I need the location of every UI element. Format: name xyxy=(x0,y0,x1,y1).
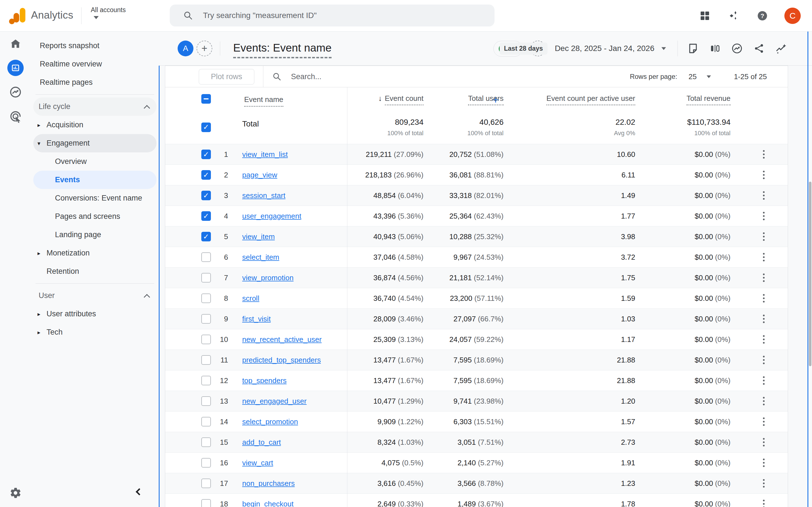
column-header-event-count[interactable]: Event count xyxy=(385,94,423,105)
home-icon[interactable] xyxy=(0,32,31,56)
insights-circle-icon[interactable] xyxy=(730,42,744,55)
share-icon[interactable] xyxy=(752,42,766,55)
event-count-cell: 43,396 (5.36%) xyxy=(373,212,423,220)
event-name-link[interactable]: first_visit xyxy=(242,315,271,323)
table-search-input[interactable]: Search... xyxy=(272,66,321,87)
event-count-cell: 13,477 (1.67%) xyxy=(373,376,423,385)
row-menu-kebab-icon[interactable] xyxy=(759,416,769,427)
event-name-link[interactable]: select_promotion xyxy=(242,417,298,426)
row-menu-kebab-icon[interactable] xyxy=(759,169,769,180)
revenue-cell: $0.00 (0%) xyxy=(695,294,730,302)
event-name-link[interactable]: session_start xyxy=(242,191,285,200)
gemini-sparkle-icon[interactable] xyxy=(727,9,741,22)
reports-icon[interactable] xyxy=(0,56,31,80)
table-toolbar: Plot rows Search... Rows per page: 25 1-… xyxy=(165,66,788,87)
insights-spark-icon[interactable] xyxy=(774,42,788,55)
sidebar-item-engagement[interactable]: ▾ Engagement xyxy=(33,134,156,152)
column-header-per-active-user[interactable]: Event count per active user xyxy=(546,94,635,105)
event-name-link[interactable]: page_view xyxy=(242,171,277,179)
column-header-event-name[interactable]: Event name xyxy=(244,95,283,107)
tab-all-users[interactable]: A xyxy=(177,41,193,56)
global-search-input[interactable]: Try searching "measurement ID" xyxy=(170,4,495,26)
event-name-link[interactable]: scroll xyxy=(242,294,259,302)
event-count-cell: 36,874 (4.56%) xyxy=(373,274,423,282)
total-row-checkbox[interactable]: ✓ xyxy=(201,122,211,132)
row-menu-kebab-icon[interactable] xyxy=(759,334,769,345)
sidebar-item-overview[interactable]: Overview xyxy=(33,152,156,171)
row-menu-kebab-icon[interactable] xyxy=(759,313,769,325)
column-header-total-revenue[interactable]: Total revenue xyxy=(687,94,730,105)
total-users-sub: 100% of total xyxy=(467,129,504,137)
row-menu-kebab-icon[interactable] xyxy=(759,251,769,263)
sidebar-item-realtime-overview[interactable]: Realtime overview xyxy=(33,55,156,73)
sidebar-item-events[interactable]: Events xyxy=(33,171,156,189)
row-menu-kebab-icon[interactable] xyxy=(759,272,769,283)
row-menu-kebab-icon[interactable] xyxy=(759,190,769,201)
row-menu-kebab-icon[interactable] xyxy=(759,231,769,242)
sidebar-item-reports-snapshot[interactable]: Reports snapshot xyxy=(33,37,156,55)
settings-gear-icon[interactable] xyxy=(0,487,31,499)
event-name-link[interactable]: begin_checkout xyxy=(242,500,294,507)
sidebar-item-life-cycle[interactable]: Life cycle xyxy=(33,98,156,116)
row-menu-kebab-icon[interactable] xyxy=(759,457,769,468)
event-name-cell: predicted_top_spenders xyxy=(242,350,321,371)
report-title[interactable]: Events: Event name xyxy=(233,42,332,58)
avatar[interactable]: C xyxy=(784,8,801,24)
total-users-cell: 6,303 (15.51%) xyxy=(453,417,504,426)
event-name-cell: select_promotion xyxy=(242,411,298,432)
explore-icon[interactable] xyxy=(0,80,31,104)
add-comparison-button[interactable]: + xyxy=(197,41,212,56)
row-number: 18 xyxy=(165,494,228,507)
event-name-link[interactable]: new_recent_active_user xyxy=(242,335,322,344)
sidebar-item-acquisition[interactable]: ▸ Acquisition xyxy=(33,116,156,134)
event-name-link[interactable]: non_purchasers xyxy=(242,479,295,488)
sidebar-item-realtime-pages[interactable]: Realtime pages xyxy=(33,73,156,92)
table-row: 6 select_item 37,046 (4.58%) 9,967 (24.5… xyxy=(165,247,788,267)
sidebar-item-user-attributes[interactable]: ▸ User attributes xyxy=(33,305,156,323)
event-name-link[interactable]: top_spenders xyxy=(242,376,287,385)
apps-grid-icon[interactable] xyxy=(698,9,712,22)
chevron-down-icon[interactable] xyxy=(707,75,711,78)
row-menu-kebab-icon[interactable] xyxy=(759,395,769,407)
sidebar-item-retention[interactable]: Retention xyxy=(33,262,156,281)
row-menu-kebab-icon[interactable] xyxy=(759,498,769,507)
event-name-link[interactable]: view_item xyxy=(242,232,275,241)
help-icon[interactable]: ? xyxy=(756,9,769,22)
row-menu-kebab-icon[interactable] xyxy=(759,293,769,304)
event-name-link[interactable]: new_engaged_user xyxy=(242,397,306,405)
event-name-link[interactable]: add_to_cart xyxy=(242,438,281,446)
event-name-link[interactable]: view_promotion xyxy=(242,274,294,282)
account-switcher[interactable]: All accounts xyxy=(91,6,126,19)
sidebar-item-tech[interactable]: ▸ Tech xyxy=(33,323,156,341)
plot-rows-button[interactable]: Plot rows xyxy=(199,69,254,84)
select-all-checkbox[interactable] xyxy=(201,94,211,104)
event-name-link[interactable]: user_engagement xyxy=(242,212,301,220)
date-range-selector[interactable]: Dec 28, 2025 - Jan 24, 2026 xyxy=(555,44,654,53)
sidebar-item-pages-and-screens[interactable]: Pages and screens xyxy=(33,207,156,226)
advertising-icon[interactable] xyxy=(0,104,31,128)
event-name-link[interactable]: predicted_top_spenders xyxy=(242,356,321,364)
sidebar-item-landing-page[interactable]: Landing page xyxy=(33,226,156,244)
row-menu-kebab-icon[interactable] xyxy=(759,375,769,386)
note-icon[interactable] xyxy=(686,42,700,55)
collapse-sidebar-button[interactable] xyxy=(133,485,146,499)
chevron-down-icon[interactable] xyxy=(661,47,666,50)
pane-divider[interactable] xyxy=(159,66,160,507)
appbar-divider xyxy=(81,7,82,24)
row-menu-kebab-icon[interactable] xyxy=(759,437,769,448)
sidebar-item-monetization[interactable]: ▸ Monetization xyxy=(33,244,156,262)
row-menu-kebab-icon[interactable] xyxy=(759,210,769,222)
sidebar-item-user[interactable]: User xyxy=(33,286,156,305)
column-header-total-users[interactable]: Total users xyxy=(468,94,504,105)
row-menu-kebab-icon[interactable] xyxy=(759,149,769,160)
row-menu-kebab-icon[interactable] xyxy=(759,354,769,365)
vertical-scrollbar[interactable] xyxy=(809,182,811,366)
table-row: 16 view_cart 4,075 (0.5%) 2,140 (5.27%) … xyxy=(165,452,788,473)
sidebar-item-conversions-event-name[interactable]: Conversions: Event name xyxy=(33,189,156,207)
event-name-link[interactable]: view_cart xyxy=(242,459,273,467)
event-name-link[interactable]: select_item xyxy=(242,253,280,262)
comparison-icon[interactable] xyxy=(708,42,722,55)
event-name-link[interactable]: view_item_list xyxy=(242,150,288,159)
row-menu-kebab-icon[interactable] xyxy=(759,478,769,489)
rows-per-page-select[interactable]: 25 xyxy=(689,72,697,81)
